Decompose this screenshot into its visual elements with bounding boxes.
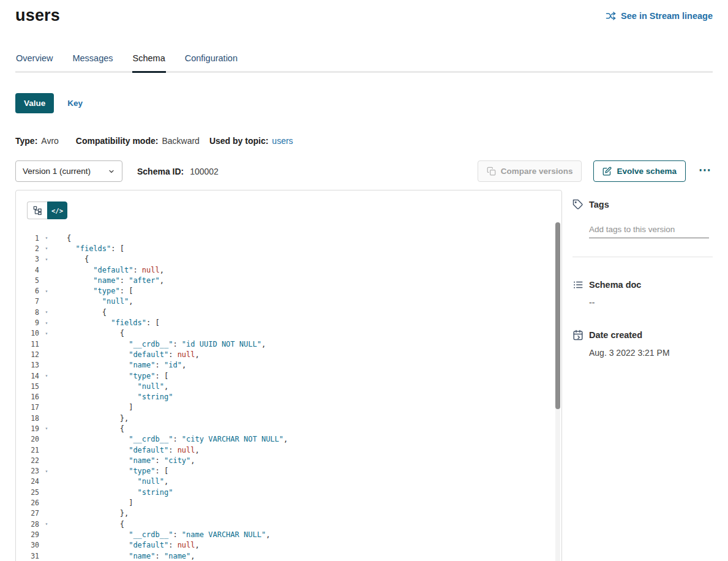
editor-scrollbar[interactable] <box>555 222 560 561</box>
schema-id-label: Schema ID: <box>137 167 184 176</box>
line-number: 13 <box>27 361 39 369</box>
code-text: "default": null, <box>67 266 164 274</box>
code-text: "name": "after", <box>67 276 164 285</box>
key-toggle-button[interactable]: Key <box>67 99 83 108</box>
fold-arrow-icon[interactable]: ▾ <box>42 288 51 294</box>
line-number: 27 <box>27 509 39 518</box>
code-line: 17 ] <box>27 402 561 413</box>
line-number: 24 <box>27 477 39 486</box>
type-value: Avro <box>41 136 59 146</box>
code-line: 28▾ { <box>27 519 561 529</box>
code-line: 1▾{ <box>27 233 561 243</box>
code-text: { <box>67 520 124 529</box>
compatibility-value: Backward <box>162 136 199 146</box>
line-number: 10 <box>27 329 39 337</box>
date-created-value: Aug. 3 2022 3:21 PM <box>589 348 713 358</box>
code-text: "__crdb__": "name VARCHAR NULL", <box>67 530 270 539</box>
code-line: 22 "name": "city", <box>27 455 561 465</box>
fold-arrow-icon[interactable]: ▾ <box>42 521 51 527</box>
code-line: 10▾ { <box>27 328 561 339</box>
code-text: "__crdb__": "id UUID NOT NULL", <box>67 340 266 348</box>
code-line: 12 "default": null, <box>27 349 561 360</box>
page-header: users See in Stream lineage <box>15 0 713 25</box>
code-line: 4 "default": null, <box>27 265 561 275</box>
code-text: "type": [ <box>67 372 168 380</box>
line-number: 9 <box>27 318 39 327</box>
schema-page: users See in Stream lineage Overview Mes… <box>0 0 728 561</box>
tags-title: Tags <box>589 200 609 209</box>
topic-link[interactable]: users <box>272 136 293 146</box>
date-created-icon <box>572 329 584 341</box>
evolve-schema-icon <box>602 167 612 176</box>
evolve-schema-button[interactable]: Evolve schema <box>593 160 686 182</box>
code-text: }, <box>67 414 129 423</box>
code-text: "type": [ <box>67 287 133 295</box>
fold-arrow-icon[interactable]: ▾ <box>42 331 51 336</box>
code-line: 11 "__crdb__": "id UUID NOT NULL", <box>27 339 561 349</box>
fold-arrow-icon[interactable]: ▾ <box>42 469 51 474</box>
code-line: 8▾ { <box>27 307 561 317</box>
line-number: 25 <box>27 488 39 497</box>
code-line: 2▾ "fields": [ <box>27 243 561 254</box>
schema-id-value: 100002 <box>190 167 219 176</box>
value-toggle-button[interactable]: Value <box>15 93 54 113</box>
chevron-down-icon <box>108 168 115 175</box>
code-text: { <box>67 424 124 433</box>
code-text: ] <box>67 403 133 412</box>
stream-lineage-link[interactable]: See in Stream lineage <box>606 10 713 21</box>
fold-arrow-icon[interactable]: ▾ <box>42 309 51 315</box>
fold-arrow-icon[interactable]: ▾ <box>42 320 51 326</box>
schema-doc-value: -- <box>589 298 713 307</box>
line-number: 4 <box>27 266 39 274</box>
code-line: 9▾ "fields": [ <box>27 317 561 328</box>
schema-code-panel: </> 1▾{2▾ "fields": [3▾ {4 "default": nu… <box>15 190 562 561</box>
code-view-button[interactable]: </> <box>47 201 67 219</box>
date-created-title: Date created <box>589 330 642 340</box>
tab-messages[interactable]: Messages <box>72 50 113 73</box>
tab-schema[interactable]: Schema <box>132 50 166 73</box>
line-number: 17 <box>27 403 39 412</box>
line-number: 23 <box>27 467 39 475</box>
schema-sidebar: Tags Schema doc -- <box>562 190 713 561</box>
tree-view-button[interactable] <box>27 201 47 219</box>
code-text: "null", <box>67 382 168 391</box>
version-select[interactable]: Version 1 (current) <box>15 160 122 182</box>
code-line: 6▾ "type": [ <box>27 285 561 296</box>
code-text: "name": "id", <box>67 361 186 369</box>
fold-arrow-icon[interactable]: ▾ <box>42 235 51 241</box>
line-number: 3 <box>27 255 39 263</box>
code-text: "null", <box>67 297 133 306</box>
tab-overview[interactable]: Overview <box>15 50 53 73</box>
editor-scrollbar-thumb[interactable] <box>555 222 560 409</box>
schema-doc-icon <box>572 279 584 290</box>
code-line: 19▾ { <box>27 423 561 434</box>
line-number: 7 <box>27 297 39 306</box>
tree-view-icon <box>33 206 42 215</box>
code-text: { <box>67 234 71 243</box>
schema-id: Schema ID: 100002 <box>137 167 219 176</box>
code-line: 27 }, <box>27 508 561 519</box>
code-line: 5 "name": "after", <box>27 275 561 285</box>
evolve-schema-label: Evolve schema <box>617 167 677 176</box>
value-key-toggle: Value Key <box>15 93 713 113</box>
code-line: 23▾ "type": [ <box>27 466 561 476</box>
more-actions-button[interactable]: ⋯ <box>697 164 713 179</box>
code-line: 15 "null", <box>27 381 561 391</box>
tab-configuration[interactable]: Configuration <box>184 50 238 73</box>
code-lines: 1▾{2▾ "fields": [3▾ {4 "default": null,5… <box>27 233 561 561</box>
code-text: "__crdb__": "city VARCHAR NOT NULL", <box>67 435 288 443</box>
code-text: "string" <box>67 488 173 497</box>
fold-arrow-icon[interactable]: ▾ <box>42 426 51 431</box>
line-number: 12 <box>27 350 39 359</box>
fold-arrow-icon[interactable]: ▾ <box>42 257 51 262</box>
tags-input[interactable] <box>589 224 709 238</box>
stream-lineage-icon <box>606 10 617 21</box>
fold-arrow-icon[interactable]: ▾ <box>42 246 51 251</box>
code-text: "name": "city", <box>67 456 195 465</box>
fold-arrow-icon[interactable]: ▾ <box>42 373 51 378</box>
line-number: 5 <box>27 276 39 285</box>
compare-versions-button[interactable]: Compare versions <box>478 160 582 182</box>
line-number: 22 <box>27 456 39 465</box>
code-text: { <box>67 329 124 337</box>
line-number: 29 <box>27 530 39 539</box>
